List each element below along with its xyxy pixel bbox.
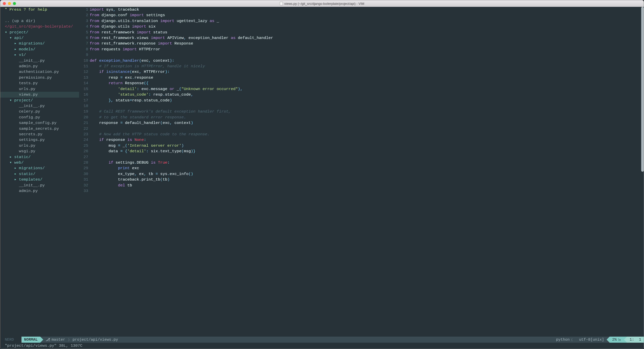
tree-dir[interactable]: ▸ static/ <box>0 171 79 177</box>
line-number-gutter: 1234567891011121314151617181920212223242… <box>79 7 90 337</box>
tree-file[interactable]: authentication.py <box>0 69 79 75</box>
status-line: 1 <box>630 338 632 342</box>
nerdtree-updir[interactable]: .. (up a dir) <box>0 18 79 24</box>
tree-file[interactable]: __init__.py <box>0 58 79 63</box>
nerdtree-sidebar[interactable]: " Press ? for help .. (up a dir) </git_s… <box>0 7 79 337</box>
separator-icon: ❭ <box>67 337 71 342</box>
editor-pane[interactable]: 1234567891011121314151617181920212223242… <box>79 7 644 337</box>
tree-dir[interactable]: ▾ api/ <box>0 35 79 41</box>
tree-dir[interactable]: ▸ v1/ <box>0 52 79 58</box>
tree-file[interactable]: tests.py <box>0 80 79 86</box>
close-window-button[interactable] <box>3 2 6 5</box>
tree-dir[interactable]: ▸ models/ <box>0 47 79 52</box>
status-filepath: project/api/views.py <box>73 338 118 342</box>
tree-file[interactable]: permissions.py <box>0 75 79 80</box>
status-nerd: NERD <box>0 338 16 342</box>
tree-file[interactable]: wsgi.py <box>0 148 79 154</box>
status-percent: 2% <box>612 338 617 342</box>
status-filetype: python <box>556 338 570 342</box>
branch-icon: ⎇ <box>46 337 50 342</box>
tree-file[interactable]: __init__.py <box>0 103 79 109</box>
tree-dir[interactable]: ▸ static/ <box>0 154 79 160</box>
tree-file[interactable]: secrets.py <box>0 132 79 137</box>
status-branch: master <box>52 338 65 342</box>
tree-file[interactable]: __init__.py <box>0 183 79 188</box>
tree-file[interactable]: sample_config.py <box>0 120 79 126</box>
tree-file[interactable]: admin.py <box>0 63 79 69</box>
code-area[interactable]: import sys, tracebackfrom django.conf im… <box>90 7 644 337</box>
tree-file[interactable]: sample_secrets.py <box>0 126 79 132</box>
tree-dir[interactable]: ▾ web/ <box>0 160 79 165</box>
nerdtree-help: " Press ? for help <box>0 7 79 12</box>
statusbar: NERD NORMAL ⎇ master ❭ project/api/views… <box>0 337 644 343</box>
zoom-window-button[interactable] <box>13 2 16 5</box>
tree-file[interactable]: settings.py <box>0 137 79 143</box>
status-encoding: utf-8[unix] <box>577 337 607 343</box>
line-icon: ㏑ <box>618 337 622 342</box>
tree-dir[interactable]: ▸ templates/ <box>0 177 79 182</box>
tree-file[interactable]: urls.py <box>0 86 79 92</box>
document-icon <box>280 2 283 5</box>
nerdtree-root[interactable]: </git_src/django-boilerplate/ <box>0 24 79 29</box>
minimize-window-button[interactable] <box>8 2 11 5</box>
tree-dir[interactable]: ▸ migrations/ <box>0 165 79 171</box>
tree-file[interactable]: celery.py <box>0 109 79 114</box>
status-mode: NORMAL <box>21 337 40 343</box>
tree-dir[interactable]: ▾ project/ <box>0 98 79 103</box>
tree-dir[interactable]: ▾ project/ <box>0 30 79 35</box>
tree-dir[interactable]: ▸ migrations/ <box>0 41 79 46</box>
tree-file[interactable]: config.py <box>0 115 79 120</box>
titlebar[interactable]: views.py (~/git_src/django-boilerplate/p… <box>0 0 644 7</box>
scrollbar-track[interactable] <box>641 7 644 337</box>
status-col: 1 <box>634 338 641 342</box>
scrollbar-thumb[interactable] <box>641 7 644 172</box>
command-line[interactable]: "project/api/views.py" 38L, 1307C <box>0 343 644 349</box>
tree-file[interactable]: admin.py <box>0 188 79 194</box>
tree-file[interactable]: views.py <box>0 92 79 97</box>
separator-icon: ❬ <box>570 337 574 342</box>
window-title: views.py (~/git_src/django-boilerplate/p… <box>284 2 364 6</box>
tree-file[interactable]: urls.py <box>0 143 79 148</box>
